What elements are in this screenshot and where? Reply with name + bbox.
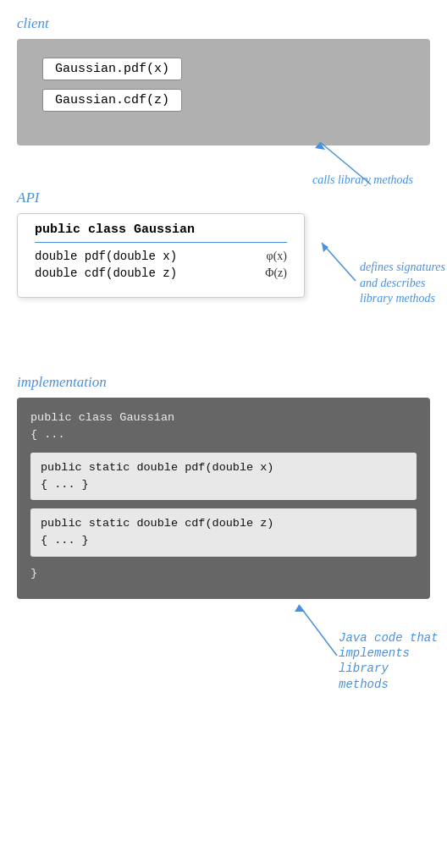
api-method1-code: double pdf(double x) (35, 250, 255, 263)
api-annotation-line1: defines signatures (360, 260, 447, 275)
impl-annotation-line1: Java code that (339, 630, 439, 646)
api-section: API public class Gaussian double pdf(dou… (17, 190, 430, 298)
client-code-1: Gaussian.pdf(x) (42, 58, 182, 80)
client-code-2: Gaussian.cdf(z) (42, 89, 182, 112)
impl-annotation-line3: library methods (339, 661, 439, 691)
api-method-row-1: double pdf(double x) φ(x) (35, 250, 287, 263)
impl-annotation-line2: implements (339, 646, 439, 661)
impl-box2-line2: { ... } (41, 532, 406, 549)
client-section: client Gaussian.pdf(x) Gaussian.cdf(z) c… (17, 15, 430, 146)
impl-inner-box-1: public static double pdf(double x) { ...… (30, 453, 417, 501)
impl-top: public class Gaussian { ... (30, 409, 417, 444)
api-method1-math: φ(x) (267, 250, 287, 263)
impl-box1-line1: public static double pdf(double x) (41, 459, 406, 476)
api-method-row-2: double cdf(double z) Φ(z) (35, 266, 287, 280)
api-class-name: public class Gaussian (35, 222, 287, 243)
api-label: API (17, 190, 430, 206)
svg-marker-5 (295, 605, 305, 612)
impl-bottom: } (30, 565, 417, 582)
impl-box2-line1: public static double cdf(double z) (41, 515, 406, 532)
api-method2-math: Φ(z) (265, 266, 287, 280)
svg-marker-1 (315, 142, 325, 150)
api-annotation-line3: library methods (360, 291, 447, 306)
client-box: Gaussian.pdf(x) Gaussian.cdf(z) calls li… (17, 39, 430, 146)
impl-top-line2: { ... (30, 426, 417, 443)
api-annotation-line2: and describes (360, 276, 447, 291)
implementation-section: implementation public class Gaussian { .… (17, 374, 430, 599)
impl-box1-line2: { ... } (41, 476, 406, 493)
impl-top-line1: public class Gaussian (30, 409, 417, 426)
impl-label: implementation (17, 374, 430, 391)
impl-inner-box-2: public static double cdf(double z) { ...… (30, 508, 417, 557)
api-method2-code: double cdf(double z) (35, 266, 253, 280)
api-box: public class Gaussian double pdf(double … (17, 213, 305, 298)
client-annotation: calls library methods (312, 173, 413, 186)
svg-marker-3 (322, 243, 328, 252)
client-label: client (17, 15, 430, 32)
impl-box: public class Gaussian { ... public stati… (17, 398, 430, 599)
